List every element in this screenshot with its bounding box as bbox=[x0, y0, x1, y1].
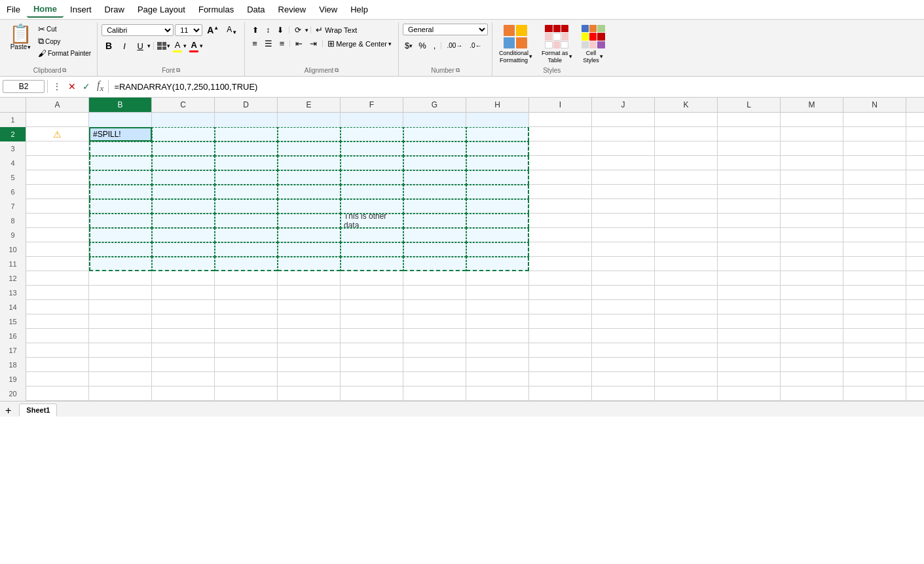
row-num-17[interactable]: 17 bbox=[0, 343, 26, 358]
increase-indent-button[interactable]: ⇥ bbox=[306, 37, 320, 50]
cell-J13[interactable] bbox=[592, 286, 655, 300]
cell-C17[interactable] bbox=[152, 343, 215, 358]
menu-file[interactable]: File bbox=[0, 2, 27, 17]
paste-dropdown-arrow[interactable]: ▾ bbox=[28, 44, 31, 50]
cell-K13[interactable] bbox=[655, 286, 718, 300]
cell-A9[interactable] bbox=[26, 228, 89, 242]
cell-G8[interactable] bbox=[403, 214, 466, 228]
cell-K1[interactable] bbox=[655, 113, 718, 127]
cell-F19[interactable] bbox=[341, 372, 403, 386]
cell-L9[interactable] bbox=[718, 228, 781, 242]
cell-F7[interactable] bbox=[341, 199, 403, 214]
copy-button[interactable]: ⧉ Copy bbox=[36, 35, 93, 47]
cell-F13[interactable] bbox=[341, 286, 403, 300]
cell-N12[interactable] bbox=[843, 271, 906, 286]
cell-H3[interactable] bbox=[466, 141, 529, 156]
cell-G9[interactable] bbox=[403, 228, 466, 242]
cell-L20[interactable] bbox=[718, 386, 781, 401]
cell-J18[interactable] bbox=[592, 358, 655, 372]
decrease-decimal-button[interactable]: .0← bbox=[466, 39, 485, 52]
cell-K7[interactable] bbox=[655, 199, 718, 214]
cell-F4[interactable] bbox=[341, 156, 403, 170]
cell-D20[interactable] bbox=[215, 386, 278, 401]
cell-J19[interactable] bbox=[592, 372, 655, 386]
cell-A17[interactable] bbox=[26, 343, 89, 358]
cell-A10[interactable] bbox=[26, 242, 89, 257]
cell-H20[interactable] bbox=[466, 386, 529, 401]
cell-I3[interactable] bbox=[529, 141, 592, 156]
menu-page-layout[interactable]: Page Layout bbox=[131, 2, 192, 17]
cell-N15[interactable] bbox=[843, 314, 906, 329]
cell-A15[interactable] bbox=[26, 314, 89, 329]
menu-home[interactable]: Home bbox=[27, 1, 64, 18]
cell-H18[interactable] bbox=[466, 358, 529, 372]
dollar-button[interactable]: $ ▾ bbox=[403, 39, 415, 52]
cell-B11[interactable] bbox=[89, 257, 152, 271]
cell-J16[interactable] bbox=[592, 329, 655, 343]
increase-decimal-button[interactable]: .00→ bbox=[443, 39, 466, 52]
align-top-button[interactable]: ⬆ bbox=[249, 24, 262, 36]
cell-L4[interactable] bbox=[718, 156, 781, 170]
cell-H5[interactable] bbox=[466, 170, 529, 185]
menu-draw[interactable]: Draw bbox=[98, 2, 131, 17]
cell-B17[interactable] bbox=[89, 343, 152, 358]
cell-F11[interactable] bbox=[341, 257, 403, 271]
col-header-J[interactable]: J bbox=[592, 98, 655, 112]
sheet-tab-sheet1[interactable]: Sheet1 bbox=[19, 404, 57, 417]
cell-F16[interactable] bbox=[341, 329, 403, 343]
cell-B13[interactable] bbox=[89, 286, 152, 300]
cell-N17[interactable] bbox=[843, 343, 906, 358]
format-painter-button[interactable]: 🖌 Format Painter bbox=[36, 48, 93, 59]
cell-N3[interactable] bbox=[843, 141, 906, 156]
cell-C3[interactable] bbox=[152, 141, 215, 156]
cell-H15[interactable] bbox=[466, 314, 529, 329]
cell-F15[interactable] bbox=[341, 314, 403, 329]
cell-B9[interactable] bbox=[89, 228, 152, 242]
font-color-button[interactable]: A bbox=[188, 40, 200, 52]
cell-I9[interactable] bbox=[529, 228, 592, 242]
row-num-18[interactable]: 18 bbox=[0, 358, 26, 372]
font-color-dropdown[interactable]: ▾ bbox=[200, 43, 203, 49]
cell-B10[interactable] bbox=[89, 242, 152, 257]
cell-E20[interactable] bbox=[278, 386, 341, 401]
fill-color-button[interactable]: A bbox=[172, 40, 183, 52]
cell-L13[interactable] bbox=[718, 286, 781, 300]
cell-L8[interactable] bbox=[718, 214, 781, 228]
cell-M20[interactable] bbox=[781, 386, 843, 401]
cell-I13[interactable] bbox=[529, 286, 592, 300]
cell-H4[interactable] bbox=[466, 156, 529, 170]
cell-A16[interactable] bbox=[26, 329, 89, 343]
cell-N6[interactable] bbox=[843, 185, 906, 199]
cut-button[interactable]: ✂ Cut bbox=[36, 24, 93, 35]
cell-G10[interactable] bbox=[403, 242, 466, 257]
cell-K19[interactable] bbox=[655, 372, 718, 386]
cell-L11[interactable] bbox=[718, 257, 781, 271]
cell-L10[interactable] bbox=[718, 242, 781, 257]
cell-B19[interactable] bbox=[89, 372, 152, 386]
cell-B16[interactable] bbox=[89, 329, 152, 343]
cell-I20[interactable] bbox=[529, 386, 592, 401]
cell-I10[interactable] bbox=[529, 242, 592, 257]
cell-N14[interactable] bbox=[843, 300, 906, 314]
cell-N2[interactable] bbox=[843, 127, 906, 141]
menu-insert[interactable]: Insert bbox=[64, 2, 98, 17]
cell-M10[interactable] bbox=[781, 242, 843, 257]
cell-C15[interactable] bbox=[152, 314, 215, 329]
align-center-button[interactable]: ☰ bbox=[261, 37, 276, 50]
cell-K12[interactable] bbox=[655, 271, 718, 286]
col-header-E[interactable]: E bbox=[278, 98, 341, 112]
cell-C20[interactable] bbox=[152, 386, 215, 401]
row-num-6[interactable]: 6 bbox=[0, 185, 26, 199]
cell-C13[interactable] bbox=[152, 286, 215, 300]
cell-K14[interactable] bbox=[655, 300, 718, 314]
row-num-5[interactable]: 5 bbox=[0, 170, 26, 185]
cell-L17[interactable] bbox=[718, 343, 781, 358]
cell-B3[interactable] bbox=[89, 141, 152, 156]
cell-D1[interactable] bbox=[215, 113, 278, 127]
cell-A4[interactable] bbox=[26, 156, 89, 170]
cell-E2[interactable] bbox=[278, 127, 341, 141]
cell-H19[interactable] bbox=[466, 372, 529, 386]
cell-M1[interactable] bbox=[781, 113, 843, 127]
cell-G5[interactable] bbox=[403, 170, 466, 185]
font-size-select[interactable]: 11 bbox=[175, 24, 202, 36]
